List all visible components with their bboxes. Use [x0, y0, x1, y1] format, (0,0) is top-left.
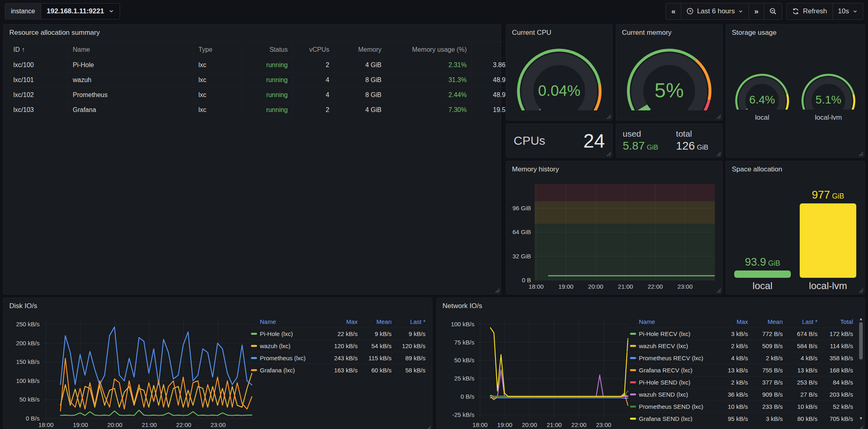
legend-series-name[interactable]: wazuh RECV (lxc)	[639, 342, 719, 349]
legend-stat-value: 120 kB/s	[393, 342, 427, 349]
series-color-icon	[630, 418, 636, 420]
legend-series-name[interactable]: Prometheus RECV (lxc)	[639, 355, 719, 361]
bar-value-label: 93.9GiB	[734, 256, 791, 268]
legend-column-mean[interactable]: Mean	[359, 318, 393, 325]
zoom-out-button[interactable]	[764, 3, 782, 19]
cpus-value: 24	[584, 130, 605, 152]
legend-stat-value: 13 kB/s	[719, 367, 750, 374]
table-cell: 2.44%	[387, 88, 472, 103]
table-cell: running	[242, 73, 293, 88]
refresh-interval-picker[interactable]: 10s	[832, 3, 863, 19]
panel-resize-handle[interactable]	[606, 151, 611, 156]
svg-text:19:00: 19:00	[558, 283, 574, 290]
legend-stat-value: 27 B/s	[784, 391, 819, 398]
legend-column-last[interactable]: Last *	[393, 318, 427, 325]
panel-resize-handle[interactable]	[858, 151, 863, 156]
svg-text:20:00: 20:00	[588, 283, 603, 290]
svg-text:5.1%: 5.1%	[815, 93, 841, 106]
legend-stat-value: 203 kB/s	[819, 391, 854, 398]
svg-text:18:00: 18:00	[529, 283, 544, 290]
legend-stat-value: 115 kB/s	[359, 355, 393, 361]
panel-resize-handle[interactable]	[716, 288, 721, 293]
panel-resize-handle[interactable]	[495, 288, 499, 293]
legend-column-mean[interactable]: Mean	[750, 318, 784, 325]
panel-resize-handle[interactable]	[716, 151, 721, 156]
legend-header: NameMaxMeanLast *Total	[627, 316, 854, 328]
legend-series-name[interactable]: Grafana RECV (lxc)	[639, 367, 719, 374]
time-shift-forward-button[interactable]: »	[748, 3, 764, 19]
scrollbar-track[interactable]	[859, 321, 863, 416]
panel-title: Space allocation	[726, 161, 864, 175]
legend-stat-value: 3 kB/s	[750, 415, 784, 422]
network-io-chart[interactable]: -25 kB/s0 B/s25 kB/s50 kB/s75 kB/s100 kB…	[439, 313, 632, 429]
table-cell: running	[242, 58, 293, 73]
table-cell: Prometheus	[68, 88, 194, 103]
panel-resize-handle[interactable]	[716, 114, 721, 119]
legend-series-name[interactable]: Prometheus SEND (lxc)	[639, 403, 719, 410]
table-cell: 8 GiB	[335, 73, 387, 88]
column-header-status[interactable]: Status	[242, 42, 293, 58]
legend-column-name[interactable]: Name	[639, 318, 719, 325]
legend-column-name[interactable]: Name	[260, 318, 324, 325]
legend-scrollbar[interactable]: ▲ ▼	[858, 317, 864, 421]
panel-resize-handle[interactable]	[858, 288, 863, 293]
column-header-name[interactable]: Name	[68, 42, 194, 58]
refresh-button[interactable]: Refresh	[787, 3, 832, 19]
legend-column-max[interactable]: Max	[719, 318, 750, 325]
legend-series-name[interactable]: Grafana (lxc)	[260, 367, 324, 374]
time-range-picker[interactable]: Last 6 hours	[681, 3, 749, 19]
scroll-down-icon[interactable]: ▼	[859, 416, 863, 421]
svg-text:20:00: 20:00	[522, 421, 537, 428]
legend-stat-value: 89 kB/s	[393, 355, 427, 361]
table-cell: Grafana	[68, 103, 194, 118]
legend-stat-value: 52 kB/s	[819, 403, 854, 410]
refresh-controls: Refresh 10s	[786, 3, 863, 20]
legend-series-name[interactable]: wazuh (lxc)	[260, 342, 324, 349]
panel-resize-handle[interactable]	[858, 425, 863, 429]
network-io-legend: NameMaxMeanLast *TotalPi-Hole RECV (lxc)…	[627, 316, 854, 422]
space-allocation-chart[interactable]: 93.9GiBlocal977GiBlocal-lvm	[730, 176, 860, 292]
table-cell: running	[242, 88, 293, 103]
series-color-icon	[630, 357, 636, 359]
instance-variable-picker[interactable]: instance 192.168.1.11:9221	[5, 3, 120, 19]
legend-series-name[interactable]: Grafana SEND (lxc)	[639, 415, 719, 422]
legend-series-name[interactable]: wazuh SEND (lxc)	[639, 391, 719, 398]
scroll-up-icon[interactable]: ▲	[859, 317, 863, 321]
svg-text:20:00: 20:00	[107, 421, 122, 428]
bar-local-lvm[interactable]	[800, 203, 856, 278]
column-header-id[interactable]: ID ↑	[8, 42, 68, 58]
memory-history-chart[interactable]: 0 B32 GiB64 GiB96 GiB18:0019:0020:0021:0…	[509, 178, 719, 292]
series-color-icon	[251, 369, 257, 371]
column-header-vcpus[interactable]: vCPUs	[293, 42, 335, 58]
legend-column-max[interactable]: Max	[324, 318, 359, 325]
table-cell: lxc	[194, 73, 242, 88]
legend-stat-value: 10 kB/s	[784, 403, 819, 410]
legend-series-name[interactable]: Pi-Hole (lxc)	[260, 330, 324, 337]
instance-variable-value[interactable]: 192.168.1.11:9221	[41, 4, 120, 19]
column-header-memory-usage-[interactable]: Memory usage (%)	[387, 42, 472, 58]
legend-series-name[interactable]: Pi-Hole RECV (lxc)	[639, 330, 719, 337]
legend-column-last[interactable]: Last *	[784, 318, 819, 325]
column-header-memory[interactable]: Memory	[335, 42, 387, 58]
used-label: used	[623, 129, 658, 139]
panel-storage-usage: Storage usage 6.4% local 5.1% local-lvm	[726, 24, 865, 158]
panel-resize-handle[interactable]	[606, 114, 611, 119]
svg-text:50 kB/s: 50 kB/s	[19, 396, 40, 403]
legend-header: NameMaxMeanLast *	[248, 316, 427, 328]
bar-local[interactable]	[734, 271, 791, 278]
memory-gauge: 5%	[616, 39, 722, 110]
column-header-type[interactable]: Type	[194, 42, 242, 58]
legend-column-total[interactable]: Total	[819, 318, 854, 325]
instance-value-text: 192.168.1.11:9221	[47, 7, 104, 15]
panel-resize-handle[interactable]	[426, 425, 431, 429]
panel-resource-allocation-summary: Resource allocation summary ID ↑NameType…	[3, 24, 501, 294]
svg-text:19:00: 19:00	[497, 421, 512, 428]
svg-text:96 GiB: 96 GiB	[512, 205, 531, 211]
disk-io-chart[interactable]: 0 B/s50 kB/s100 kB/s150 kB/s200 kB/s250 …	[6, 313, 257, 429]
legend-series-name[interactable]: Pi-Hole SEND (lxc)	[639, 379, 719, 386]
time-shift-back-button[interactable]: «	[666, 3, 681, 19]
legend-series-name[interactable]: Prometheus (lxc)	[260, 355, 324, 361]
memory-total-stat: total 126GiB	[676, 129, 708, 152]
scrollbar-thumb[interactable]	[859, 322, 863, 359]
legend-row: Pi-Hole RECV (lxc)3 kB/s772 B/s674 B/s17…	[627, 328, 854, 340]
